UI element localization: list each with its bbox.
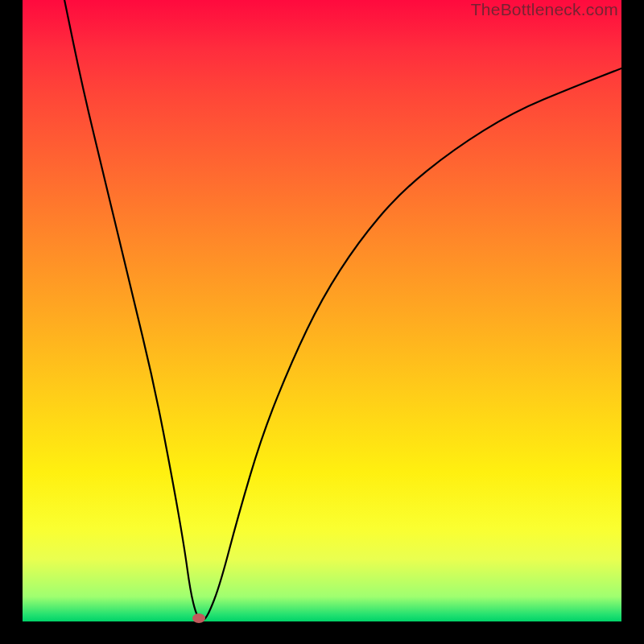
bottleneck-curve xyxy=(64,0,621,620)
minimum-marker xyxy=(192,613,205,623)
watermark-text: TheBottleneck.com xyxy=(471,0,618,19)
chart-frame: TheBottleneck.com xyxy=(0,0,644,644)
curve-svg xyxy=(23,0,621,621)
plot-area: TheBottleneck.com xyxy=(23,0,621,621)
